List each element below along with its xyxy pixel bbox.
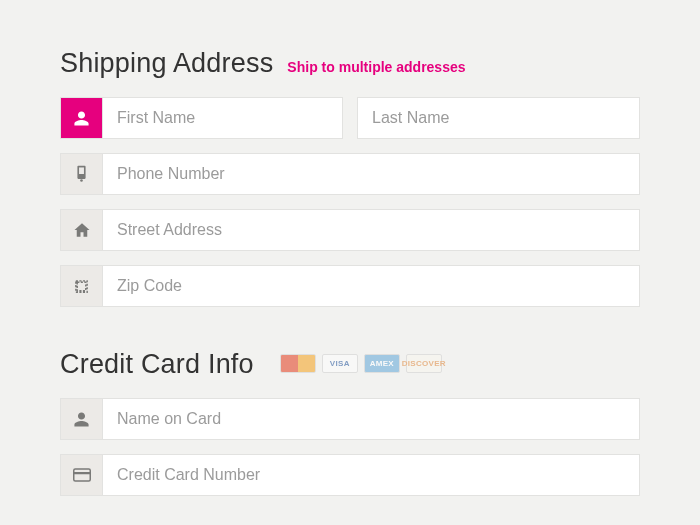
amex-logo-icon: AMEX [364, 354, 400, 373]
svg-rect-4 [73, 472, 90, 474]
shipping-title: Shipping Address [60, 48, 273, 79]
street-input[interactable] [103, 210, 639, 250]
card-logos: VISA AMEX DISCOVER [280, 354, 442, 373]
home-icon [61, 210, 103, 250]
svg-rect-1 [79, 167, 84, 174]
credit-card-icon [61, 455, 103, 495]
first-name-input[interactable] [103, 98, 342, 138]
discover-logo-icon: DISCOVER [406, 354, 442, 373]
svg-point-2 [80, 179, 83, 182]
card-number-input[interactable] [103, 455, 639, 495]
last-name-field [357, 97, 640, 139]
zip-input[interactable] [103, 266, 639, 306]
ship-multiple-link[interactable]: Ship to multiple addresses [287, 59, 465, 75]
person-icon [61, 98, 103, 138]
card-number-field [60, 454, 640, 496]
street-field [60, 209, 640, 251]
shipping-header: Shipping Address Ship to multiple addres… [60, 48, 640, 79]
visa-logo-icon: VISA [322, 354, 358, 373]
mastercard-logo-icon [280, 354, 316, 373]
credit-header: Credit Card Info VISA AMEX DISCOVER [60, 349, 640, 380]
first-name-field [60, 97, 343, 139]
svg-rect-3 [73, 469, 90, 481]
name-on-card-input[interactable] [103, 399, 639, 439]
zip-icon [61, 266, 103, 306]
name-on-card-field [60, 398, 640, 440]
phone-field [60, 153, 640, 195]
last-name-input[interactable] [358, 98, 639, 138]
phone-input[interactable] [103, 154, 639, 194]
phone-icon [61, 154, 103, 194]
person-icon [61, 399, 103, 439]
zip-field [60, 265, 640, 307]
credit-title: Credit Card Info [60, 349, 254, 380]
